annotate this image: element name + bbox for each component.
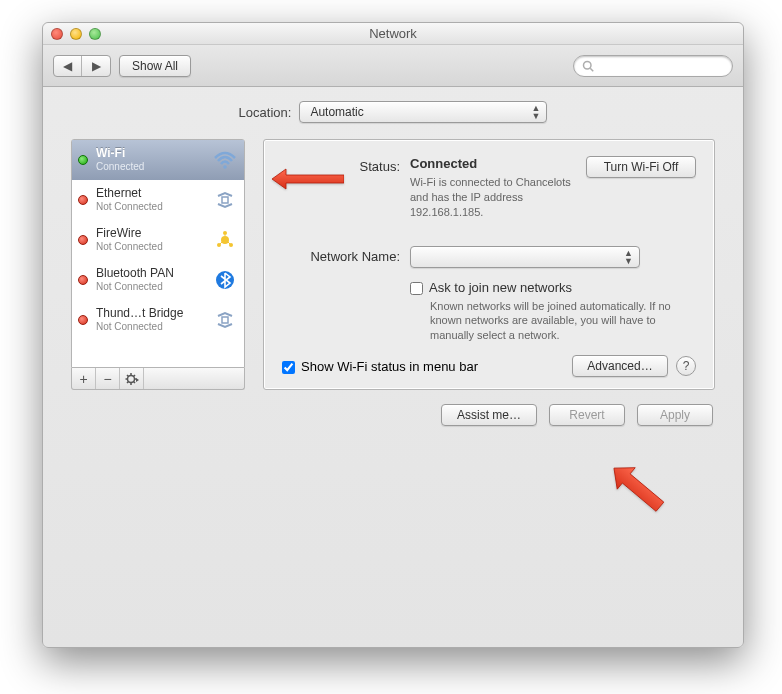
assist-me-button[interactable]: Assist me… xyxy=(441,404,537,426)
show-menubar-checkbox[interactable]: Show Wi-Fi status in menu bar xyxy=(282,359,478,374)
status-description: Wi-Fi is connected to Chancelots and has… xyxy=(410,175,574,220)
status-dot-icon xyxy=(78,315,88,325)
service-name: Thund…t Bridge xyxy=(96,307,212,321)
service-status: Not Connected xyxy=(96,281,212,293)
gear-icon xyxy=(125,372,139,386)
service-name: Wi-Fi xyxy=(96,147,212,161)
back-button[interactable]: ◀ xyxy=(54,56,82,76)
show-all-button[interactable]: Show All xyxy=(119,55,191,77)
status-dot-icon xyxy=(78,155,88,165)
svg-point-5 xyxy=(223,231,227,235)
ethernet-icon xyxy=(212,311,238,329)
svg-line-19 xyxy=(133,381,134,382)
service-status: Not Connected xyxy=(96,241,212,253)
svg-line-1 xyxy=(590,68,593,71)
svg-point-4 xyxy=(221,236,229,244)
status-dot-icon xyxy=(78,235,88,245)
remove-service-button[interactable]: − xyxy=(96,368,120,389)
bluetooth-icon xyxy=(212,270,238,290)
service-name: Bluetooth PAN xyxy=(96,267,212,281)
service-name: FireWire xyxy=(96,227,212,241)
service-thunderbolt[interactable]: Thund…t Bridge Not Connected xyxy=(72,300,244,340)
service-status: Not Connected xyxy=(96,321,212,333)
apply-button[interactable]: Apply xyxy=(637,404,713,426)
svg-point-0 xyxy=(584,61,592,69)
network-name-label: Network Name: xyxy=(282,246,410,264)
service-status: Connected xyxy=(96,161,212,173)
svg-point-2 xyxy=(223,165,227,169)
service-status: Not Connected xyxy=(96,201,212,213)
wifi-icon xyxy=(212,151,238,169)
search-icon xyxy=(582,60,594,72)
ask-to-join-checkbox[interactable]: Ask to join new networks xyxy=(410,280,696,295)
forward-button[interactable]: ▶ xyxy=(82,56,110,76)
status-dot-icon xyxy=(78,195,88,205)
svg-point-13 xyxy=(127,375,134,382)
service-name: Ethernet xyxy=(96,187,212,201)
service-ethernet[interactable]: Ethernet Not Connected xyxy=(72,180,244,220)
service-firewire[interactable]: FireWire Not Connected xyxy=(72,220,244,260)
window-title: Network xyxy=(43,26,743,41)
add-service-button[interactable]: + xyxy=(72,368,96,389)
service-wifi[interactable]: Wi-Fi Connected xyxy=(72,140,244,180)
network-name-popup[interactable]: ▲▼ xyxy=(410,246,640,268)
location-label: Location: xyxy=(239,105,292,120)
svg-rect-3 xyxy=(222,197,228,203)
advanced-button[interactable]: Advanced… xyxy=(572,355,668,377)
popup-arrows-icon: ▲▼ xyxy=(624,249,633,265)
service-list[interactable]: Wi-Fi Connected Ethernet Not Connected xyxy=(71,139,245,368)
location-popup[interactable]: Automatic ▲▼ xyxy=(299,101,547,123)
nav-back-forward[interactable]: ◀ ▶ xyxy=(53,55,111,77)
svg-line-20 xyxy=(127,381,128,382)
firewire-icon xyxy=(212,230,238,250)
popup-arrows-icon: ▲▼ xyxy=(531,104,540,120)
svg-line-21 xyxy=(133,375,134,376)
revert-button[interactable]: Revert xyxy=(549,404,625,426)
annotation-arrow xyxy=(604,454,676,530)
svg-line-10 xyxy=(228,242,230,244)
annotation-arrow xyxy=(272,167,344,195)
service-bluetooth[interactable]: Bluetooth PAN Not Connected xyxy=(72,260,244,300)
svg-line-9 xyxy=(220,242,222,244)
status-value: Connected xyxy=(410,156,477,171)
location-value: Automatic xyxy=(310,105,363,119)
status-dot-icon xyxy=(78,275,88,285)
search-input[interactable] xyxy=(573,55,733,77)
ask-to-join-label: Ask to join new networks xyxy=(429,280,572,295)
turn-wifi-off-button[interactable]: Turn Wi-Fi Off xyxy=(586,156,696,178)
svg-line-18 xyxy=(127,375,128,376)
service-actions-button[interactable] xyxy=(120,368,144,389)
show-menubar-label: Show Wi-Fi status in menu bar xyxy=(301,359,478,374)
help-button[interactable]: ? xyxy=(676,356,696,376)
svg-rect-12 xyxy=(222,317,228,323)
ethernet-icon xyxy=(212,191,238,209)
ask-to-join-description: Known networks will be joined automatica… xyxy=(430,299,696,344)
